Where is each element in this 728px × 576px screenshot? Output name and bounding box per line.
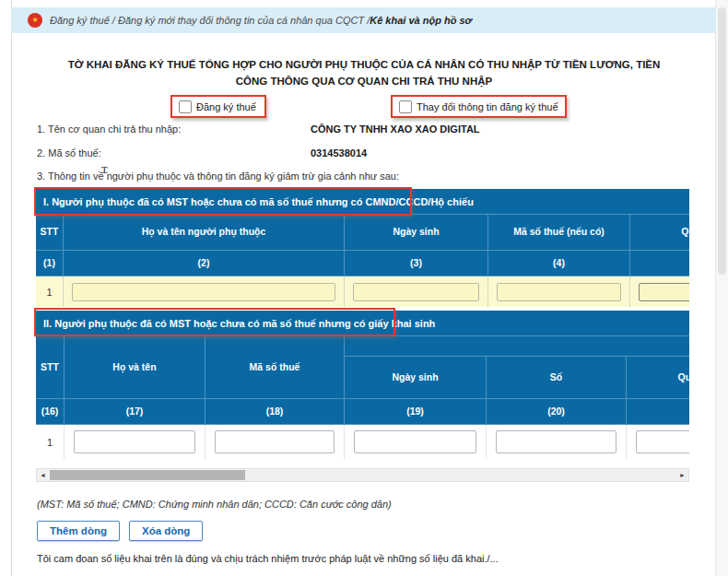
field-label-payer-name: 1. Tên cơ quan chi trả thu nhập: bbox=[37, 123, 181, 135]
delete-row-button[interactable]: Xóa dòng bbox=[129, 521, 203, 541]
register-tax-checkbox[interactable] bbox=[179, 100, 192, 113]
row-actions: Thêm dòng Xóa dòng bbox=[37, 521, 203, 541]
table2-header-mst: Mã số thuế bbox=[205, 336, 345, 399]
table2-colnum: (19) bbox=[345, 399, 487, 425]
table2-input-mst[interactable] bbox=[215, 430, 335, 453]
table1-colnum: (1) bbox=[36, 251, 64, 276]
table1-colnum: (4) bbox=[488, 251, 630, 276]
annotation-box-change: Thay đổi thông tin đăng ký thuế bbox=[391, 95, 567, 118]
annotation-box-register: Đăng ký thuế bbox=[170, 95, 266, 118]
horizontal-scrollbar[interactable] bbox=[36, 468, 689, 482]
table2-colnum: (20) bbox=[487, 399, 627, 425]
table1-colnum: (3) bbox=[345, 251, 488, 276]
table2-header-dob: Ngày sinh bbox=[345, 357, 487, 399]
annotation-box-section1 bbox=[34, 187, 412, 216]
table1-row: 1 bbox=[36, 276, 689, 307]
table1-row-index: 1 bbox=[36, 276, 64, 307]
change-info-label: Thay đổi thông tin đăng ký thuế bbox=[417, 101, 558, 112]
table1-header-mst: Mã số thuế (nếu có) bbox=[488, 215, 630, 251]
table1-header-dob: Ngày sinh bbox=[345, 215, 488, 251]
breadcrumb-path[interactable]: Đăng ký thuế / Đăng ký mới thay đổi thôn… bbox=[50, 15, 370, 26]
scroll-right-arrow-icon[interactable] bbox=[676, 469, 688, 481]
table1-input-nationality[interactable] bbox=[639, 283, 689, 301]
table2-row-index: 1 bbox=[36, 425, 65, 459]
breadcrumb-current: Kê khai và nộp hồ sơ bbox=[370, 15, 472, 26]
table2-header-stt: STT bbox=[36, 336, 65, 399]
text-cursor: Ɪ bbox=[101, 164, 108, 176]
table1-header-stt: STT bbox=[36, 215, 64, 251]
field-label-tax-code: 2. Mã số thuế: bbox=[37, 147, 101, 159]
table2-colnum: (16) bbox=[36, 399, 65, 425]
table1-header-name: Họ và tên người phụ thuộc bbox=[64, 215, 345, 251]
vietnam-emblem-icon bbox=[28, 13, 42, 28]
field-value-payer-name: CÔNG TY TNHH XAO XAO DIGITAL bbox=[311, 123, 480, 135]
table2-colnum bbox=[627, 399, 689, 425]
table2-row: 1 bbox=[36, 425, 689, 459]
scroll-left-arrow-icon[interactable] bbox=[37, 469, 49, 481]
change-info-checkbox[interactable] bbox=[399, 100, 412, 113]
vertical-scrollbar[interactable] bbox=[715, 0, 728, 576]
table2-header-number: Số bbox=[487, 357, 627, 399]
table2-colnum: (17) bbox=[65, 399, 205, 425]
horizontal-scrollbar-thumb[interactable] bbox=[50, 470, 245, 480]
page-title: TỜ KHAI ĐĂNG KÝ THUẾ TỔNG HỢP CHO NGƯỜI … bbox=[65, 57, 663, 90]
table2-input-book[interactable] bbox=[636, 430, 689, 453]
table1-header-nationality: Quốc tịch bbox=[630, 215, 689, 251]
table1-input-mst[interactable] bbox=[497, 283, 621, 301]
table2-header-name: Họ và tên bbox=[65, 336, 205, 399]
register-tax-label: Đăng ký thuế bbox=[196, 101, 256, 112]
declaration-text: Tôi cam đoan số liệu khai trên là đúng v… bbox=[37, 553, 499, 564]
table1-colnum: (2) bbox=[64, 251, 345, 276]
annotation-box-section2 bbox=[34, 308, 395, 336]
page-left-border bbox=[11, 0, 12, 576]
vertical-scrollbar-thumb[interactable] bbox=[718, 7, 726, 275]
abbreviation-note: (MST: Mã số thuế; CMND: Chứng minh nhân … bbox=[37, 499, 392, 510]
table2-input-name[interactable] bbox=[74, 430, 195, 453]
field-label-dependent-info: 3. Thông tin về người phụ thuộc và thông… bbox=[37, 170, 399, 182]
table2-header-book: Quyển số bbox=[627, 357, 689, 399]
breadcrumb: Đăng ký thuế / Đăng ký mới thay đổi thôn… bbox=[11, 7, 716, 33]
table2-colnum: (18) bbox=[205, 399, 345, 425]
table1-input-dob[interactable] bbox=[353, 283, 479, 301]
table2-input-dob[interactable] bbox=[354, 430, 476, 453]
table2-input-number[interactable] bbox=[496, 430, 616, 453]
table1-colnum bbox=[630, 251, 689, 276]
table2-header-group bbox=[345, 336, 689, 357]
add-row-button[interactable]: Thêm dòng bbox=[37, 521, 120, 541]
table1-input-name[interactable] bbox=[72, 283, 335, 301]
field-value-tax-code: 0314538014 bbox=[311, 147, 367, 159]
